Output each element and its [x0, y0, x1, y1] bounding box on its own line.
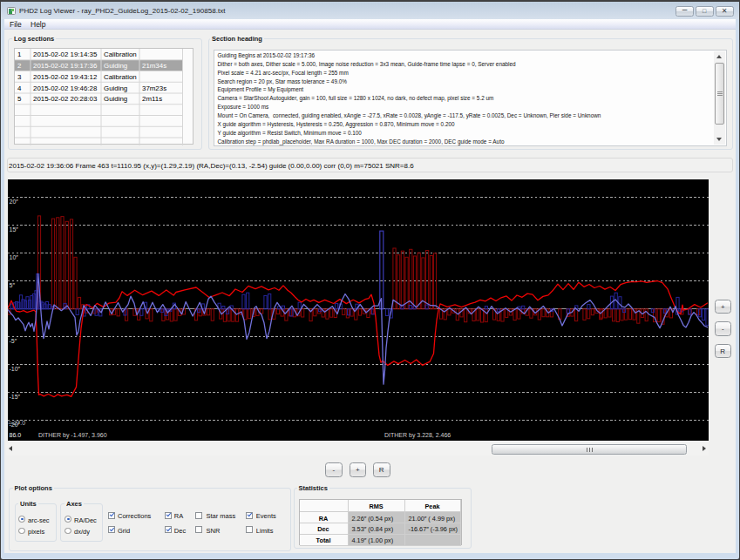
- svg-text:15″: 15″: [10, 226, 19, 233]
- svg-text:=-27.0: =-27.0: [8, 420, 25, 426]
- svg-text:-5″: -5″: [10, 338, 17, 344]
- svg-text:DITHER by -1.497, 3.960: DITHER by -1.497, 3.960: [38, 432, 107, 439]
- svg-text:-10″: -10″: [10, 366, 21, 372]
- svg-text:20″: 20″: [10, 199, 19, 205]
- svg-text:5″: 5″: [10, 282, 16, 288]
- svg-text:10″: 10″: [10, 254, 19, 260]
- svg-text:DITHER by 3.228, 2.466: DITHER by 3.228, 2.466: [384, 432, 451, 439]
- svg-text:86.0: 86.0: [10, 432, 22, 438]
- svg-text:-15″: -15″: [10, 394, 21, 400]
